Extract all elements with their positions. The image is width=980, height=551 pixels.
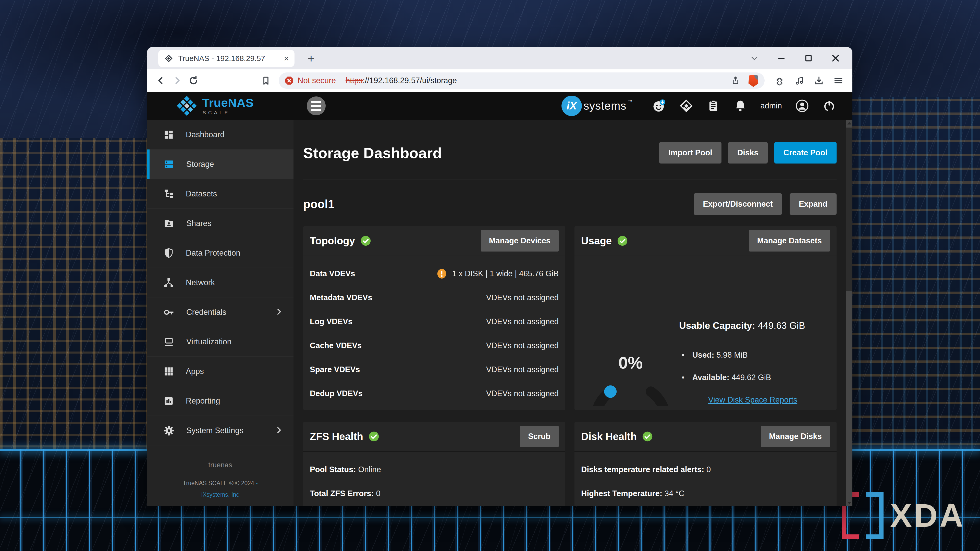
sidebar-item-label: Datasets — [186, 189, 217, 198]
sidebar-item-label: Network — [186, 278, 215, 287]
scroll-up-arrow[interactable] — [847, 122, 851, 124]
sidebar-item-dashboard[interactable]: Dashboard — [147, 120, 293, 149]
usage-percent: 0% — [587, 319, 674, 406]
media-icon[interactable] — [792, 73, 807, 88]
close-button[interactable] — [830, 53, 841, 63]
truenas-logo[interactable]: TrueNAS SCALE — [147, 96, 293, 116]
warning-icon — [436, 268, 447, 279]
truenas-topbar: TrueNAS SCALE iX systems ™ — [147, 92, 853, 120]
status-ok-icon — [642, 431, 653, 442]
sidebar-item-reporting[interactable]: Reporting — [147, 386, 293, 416]
sidebar-item-data-protection[interactable]: Data Protection — [147, 238, 293, 268]
sidebar: Dashboard Storage — [147, 120, 293, 507]
brave-shield-icon[interactable]: 1 — [748, 74, 759, 87]
page-title: Storage Dashboard — [303, 144, 442, 162]
zfs-health-title: ZFS Health — [310, 431, 363, 442]
ixsystems-link[interactable]: iXsystems, Inc — [147, 492, 293, 498]
reload-button[interactable] — [186, 73, 200, 88]
extensions-icon[interactable] — [773, 73, 788, 88]
back-button[interactable] — [154, 73, 168, 88]
jobs-icon[interactable] — [706, 99, 720, 113]
url-text: https://192.168.29.57/ui/storage — [345, 76, 457, 85]
sidebar-item-label: Virtualization — [186, 337, 231, 346]
disk-health-title: Disk Health — [581, 431, 637, 442]
minimize-button[interactable] — [776, 53, 787, 63]
feedback-icon[interactable] — [652, 99, 666, 113]
sidebar-item-label: Apps — [186, 367, 204, 376]
manage-devices-button[interactable]: Manage Devices — [481, 230, 558, 251]
topology-row: Data VDEVs 1 x DISK | 1 wide | 465.76 Gi… — [310, 262, 558, 286]
sidebar-item-network[interactable]: Network — [147, 268, 293, 297]
sidebar-item-datasets[interactable]: Datasets — [147, 179, 293, 209]
alerts-bell-icon[interactable] — [733, 99, 747, 113]
address-bar[interactable]: Not secure https://192.168.29.57/ui/stor… — [279, 73, 765, 89]
scrollbar-thumb[interactable] — [846, 127, 853, 291]
disk-space-reports-link[interactable]: View Disk Space Reports — [679, 395, 826, 405]
sidebar-item-virtualization[interactable]: Virtualization — [147, 327, 293, 357]
ixsystems-logo: iX systems ™ — [562, 96, 632, 116]
highest-temp-line: Highest Temperature: 34 °C — [581, 489, 830, 498]
truenas-logo-icon — [177, 96, 197, 116]
forward-button[interactable] — [170, 73, 184, 88]
export-disconnect-button[interactable]: Export/Disconnect — [694, 193, 782, 215]
dashboard-icon — [163, 129, 174, 140]
sidebar-item-credentials[interactable]: Credentials — [147, 297, 293, 327]
storage-icon — [163, 159, 175, 170]
new-tab-button[interactable]: + — [303, 51, 319, 66]
sidebar-item-label: Storage — [186, 160, 214, 169]
maximize-button[interactable] — [803, 53, 814, 63]
url-rest: ://192.168.29.57/ui/storage — [363, 76, 457, 85]
tab-close-icon[interactable]: × — [284, 54, 289, 63]
disks-button[interactable]: Disks — [728, 142, 768, 164]
page-scrollbar[interactable] — [846, 120, 853, 507]
wallpaper-buildings-left — [0, 138, 153, 459]
tab-search-icon[interactable] — [749, 53, 759, 63]
topology-card: Topology Manage Devices Data VDEVs — [303, 226, 565, 410]
xda-watermark: XDA — [842, 492, 965, 539]
topology-row: Metadata VDEVsVDEVs not assigned — [310, 286, 558, 310]
topbar-actions: iX systems ™ — [562, 96, 853, 116]
sidenav-toggle-icon[interactable] — [307, 97, 326, 115]
create-pool-button[interactable]: Create Pool — [774, 142, 837, 164]
key-icon — [163, 306, 175, 318]
manage-datasets-button[interactable]: Manage Datasets — [749, 230, 830, 251]
url-scheme: https — [345, 76, 363, 85]
usage-divider — [679, 339, 826, 339]
sidebar-item-storage[interactable]: Storage — [147, 149, 293, 179]
ix-mark: iX — [562, 96, 582, 116]
power-icon[interactable] — [822, 99, 836, 113]
wallpaper-buildings-right — [847, 97, 980, 459]
sidebar-item-label: Shares — [186, 219, 211, 228]
import-pool-button[interactable]: Import Pool — [659, 142, 721, 164]
downloads-icon[interactable] — [811, 73, 826, 88]
menu-icon[interactable] — [831, 73, 846, 88]
gear-icon — [163, 425, 175, 436]
share-icon[interactable] — [731, 76, 740, 85]
shield-icon — [163, 248, 174, 259]
sidebar-item-apps[interactable]: Apps — [147, 357, 293, 386]
scroll-down-arrow[interactable] — [847, 502, 851, 504]
chevron-right-icon — [275, 307, 283, 317]
tab-title: TrueNAS - 192.168.29.57 — [178, 54, 279, 63]
truecommand-icon[interactable] — [679, 99, 693, 113]
user-avatar-icon[interactable] — [795, 99, 809, 113]
sidebar-item-system-settings[interactable]: System Settings — [147, 416, 293, 445]
status-ok-icon — [617, 235, 628, 246]
not-secure-label: Not secure — [298, 76, 336, 85]
usage-card: Usage Manage Datasets — [574, 226, 837, 410]
topology-row: Spare VDEVsVDEVs not assigned — [310, 358, 558, 382]
browser-tab[interactable]: TrueNAS - 192.168.29.57 × — [158, 50, 294, 67]
truenas-page: TrueNAS SCALE iX systems ™ — [147, 92, 853, 507]
main-content: Storage Dashboard Import Pool Disks Crea… — [293, 120, 846, 507]
scrub-button[interactable]: Scrub — [520, 426, 558, 447]
bookmark-icon[interactable] — [259, 73, 273, 88]
expand-button[interactable]: Expand — [790, 193, 837, 215]
sidebar-item-shares[interactable]: Shares — [147, 209, 293, 238]
manage-disks-button[interactable]: Manage Disks — [761, 426, 830, 447]
sidebar-item-label: Credentials — [186, 308, 226, 317]
brand-name: TrueNAS — [202, 97, 254, 109]
browser-toolbar: Not secure https://192.168.29.57/ui/stor… — [147, 69, 853, 92]
window-controls — [749, 47, 841, 69]
wallpaper-glow-line-2 — [0, 517, 980, 518]
username-label: admin — [760, 101, 782, 110]
